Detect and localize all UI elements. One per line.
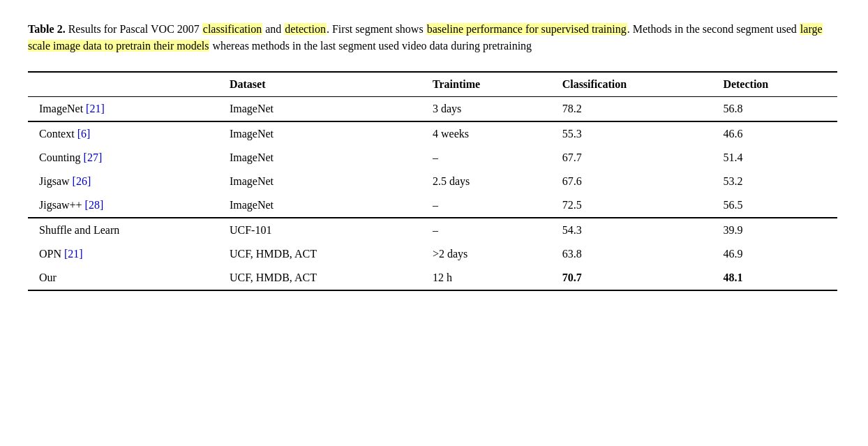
cell-classification: 67.6 — [551, 170, 712, 193]
cell-method: Our — [28, 266, 218, 290]
reference: [26] — [73, 175, 91, 187]
cell-detection: 56.5 — [712, 193, 837, 218]
cell-classification: 72.5 — [551, 193, 712, 218]
cell-method: ImageNet [21] — [28, 97, 218, 122]
cell-traintime: 3 days — [421, 97, 551, 122]
table-body: ImageNet [21]ImageNet3 days78.256.8Conte… — [28, 97, 837, 291]
reference: [6] — [77, 128, 91, 140]
cell-detection: 46.6 — [712, 121, 837, 146]
cell-method: Context [6] — [28, 121, 218, 146]
cell-detection: 39.9 — [712, 218, 837, 242]
highlight-baseline: baseline performance for supervised trai… — [426, 23, 627, 35]
cell-classification: 67.7 — [551, 146, 712, 170]
table-row: Jigsaw++ [28]ImageNet–72.556.5 — [28, 193, 837, 218]
col-dataset: Dataset — [218, 72, 421, 97]
table-row: Shuffle and LearnUCF-101–54.339.9 — [28, 218, 837, 242]
reference: [21] — [64, 248, 83, 260]
table-row: OPN [21]UCF, HMDB, ACT>2 days63.846.9 — [28, 242, 837, 266]
cell-traintime: – — [421, 146, 551, 170]
results-table-wrapper: Dataset Traintime Classification Detecti… — [28, 71, 837, 291]
cell-dataset: ImageNet — [218, 170, 421, 193]
reference: [27] — [84, 151, 103, 163]
cell-traintime: >2 days — [421, 242, 551, 266]
table-row: Counting [27]ImageNet–67.751.4 — [28, 146, 837, 170]
cell-dataset: ImageNet — [218, 97, 421, 122]
cell-detection: 48.1 — [712, 266, 837, 290]
cell-traintime: – — [421, 218, 551, 242]
cell-method: OPN [21] — [28, 242, 218, 266]
reference: [21] — [86, 103, 105, 114]
cell-method: Jigsaw++ [28] — [28, 193, 218, 218]
cell-detection: 53.2 — [712, 170, 837, 193]
cell-method: Jigsaw [26] — [28, 170, 218, 193]
caption-label: Table 2. — [28, 23, 66, 35]
cell-detection: 46.9 — [712, 242, 837, 266]
col-traintime: Traintime — [421, 72, 551, 97]
table-row: Jigsaw [26]ImageNet2.5 days67.653.2 — [28, 170, 837, 193]
cell-classification: 63.8 — [551, 242, 712, 266]
cell-method: Counting [27] — [28, 146, 218, 170]
results-table: Dataset Traintime Classification Detecti… — [28, 71, 837, 291]
header-row: Dataset Traintime Classification Detecti… — [28, 72, 837, 97]
cell-dataset: UCF-101 — [218, 218, 421, 242]
caption-text-2: and — [262, 23, 284, 35]
cell-traintime: 4 weeks — [421, 121, 551, 146]
col-classification: Classification — [551, 72, 712, 97]
cell-detection: 56.8 — [712, 97, 837, 122]
cell-classification: 55.3 — [551, 121, 712, 146]
table-row: OurUCF, HMDB, ACT12 h70.748.1 — [28, 266, 837, 290]
cell-dataset: ImageNet — [218, 121, 421, 146]
cell-classification: 54.3 — [551, 218, 712, 242]
cell-dataset: ImageNet — [218, 146, 421, 170]
cell-classification: 70.7 — [551, 266, 712, 290]
cell-method: Shuffle and Learn — [28, 218, 218, 242]
table-row: Context [6]ImageNet4 weeks55.346.6 — [28, 121, 837, 146]
col-method — [28, 72, 218, 97]
caption-text-1: Results for Pascal VOC 2007 — [68, 23, 202, 35]
cell-dataset: ImageNet — [218, 193, 421, 218]
cell-dataset: UCF, HMDB, ACT — [218, 266, 421, 290]
cell-traintime: 2.5 days — [421, 170, 551, 193]
cell-classification: 78.2 — [551, 97, 712, 122]
cell-detection: 51.4 — [712, 146, 837, 170]
cell-traintime: – — [421, 193, 551, 218]
reference: [28] — [85, 199, 104, 211]
cell-dataset: UCF, HMDB, ACT — [218, 242, 421, 266]
highlight-classification: classification — [202, 23, 262, 35]
table-header: Dataset Traintime Classification Detecti… — [28, 72, 837, 97]
highlight-detection: detection — [284, 23, 327, 35]
table-row: ImageNet [21]ImageNet3 days78.256.8 — [28, 97, 837, 122]
cell-traintime: 12 h — [421, 266, 551, 290]
col-detection: Detection — [712, 72, 837, 97]
table-caption: Table 2. Results for Pascal VOC 2007 cla… — [28, 21, 837, 54]
